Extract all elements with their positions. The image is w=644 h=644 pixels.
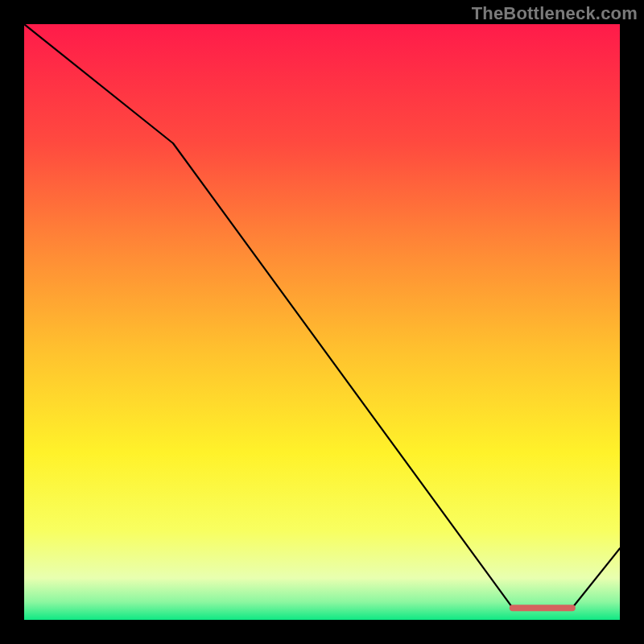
attribution-label: TheBottleneck.com <box>0 3 644 24</box>
chart-stage: TheBottleneck.com <box>0 0 644 644</box>
heat-gradient-rect <box>24 24 620 620</box>
chart-svg <box>24 24 620 620</box>
